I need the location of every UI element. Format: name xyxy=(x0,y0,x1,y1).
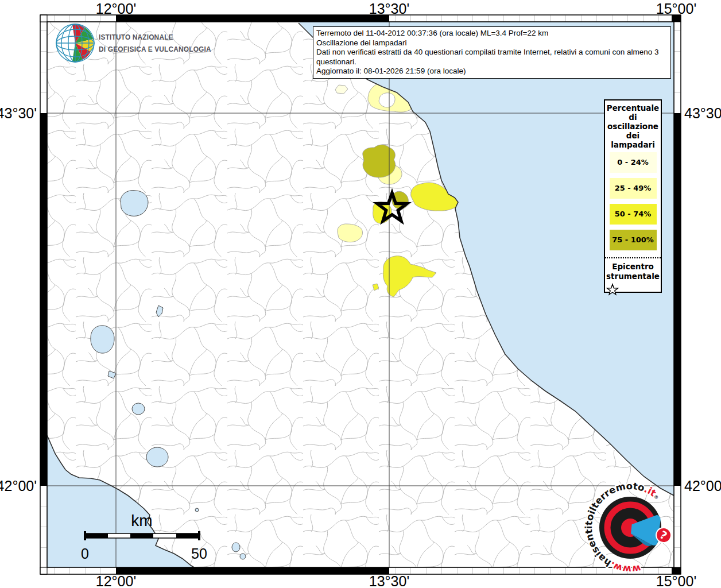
lat-label-right-2: 42°00' xyxy=(684,478,721,494)
lat-label-left-2: 42°00' xyxy=(0,478,37,494)
map-page: 12°00' 13°30' 15°00' 12°00' 13°30' 15°00… xyxy=(0,0,721,588)
lon-label-top-2: 13°30' xyxy=(369,1,409,17)
lat-label-left-1: 43°30' xyxy=(0,105,37,121)
site-url-www: www. xyxy=(608,559,642,575)
ingv-name-line2: DI GEOFISICA E VULCANOLOGIA xyxy=(99,43,211,55)
legend-class-1: 25 - 49% xyxy=(610,178,657,199)
legend-class-3: 75 - 100% xyxy=(610,230,657,250)
legend-epicenter-title: Epicentro strumentale xyxy=(605,262,661,281)
legend-star-icon xyxy=(605,283,620,296)
legend-title: Percentuale di oscillazione dei lampadar… xyxy=(605,100,661,149)
earthquake-info-box: Terremoto del 11-04-2012 00:37:36 (ora l… xyxy=(313,26,671,79)
update-time: Aggiornato il: 08-01-2026 21:59 (ora loc… xyxy=(316,67,668,76)
lon-label-bottom-2: 13°30' xyxy=(369,573,409,588)
region-epicenter-west-pale xyxy=(338,224,363,242)
ingv-name-line1: ISTITUTO NAZIONALE xyxy=(99,31,211,43)
effect-label: Oscillazione dei lampadari xyxy=(316,38,668,48)
legend-class-0: 0 - 24% xyxy=(610,152,657,173)
scale-end-label: 50 xyxy=(191,546,207,562)
ingv-logo: ISTITUTO NAZIONALE DI GEOFISICA E VULCAN… xyxy=(55,23,227,63)
ingv-globe-icon xyxy=(55,23,95,63)
lon-label-top-3: 15°00' xyxy=(656,1,696,17)
data-notice: Dati non verificati estratti da 40 quest… xyxy=(316,48,668,67)
scale-unit-label: km xyxy=(131,512,152,529)
haisentitoilterremoto-logo: ? www.haisentitoilterremoto.it® xyxy=(582,479,679,577)
legend: Percentuale di oscillazione dei lampadar… xyxy=(604,99,662,293)
lat-label-right-1: 43°30' xyxy=(684,105,721,121)
legend-separator xyxy=(605,257,661,258)
region-north-inland xyxy=(363,145,396,177)
region-north-coast-enclave xyxy=(379,93,395,107)
legend-class-2: 50 - 74% xyxy=(610,204,657,225)
scale-start-label: 0 xyxy=(81,546,89,562)
lon-label-top-1: 12°00' xyxy=(96,1,136,17)
lon-label-bottom-1: 12°00' xyxy=(96,573,136,588)
event-summary: Terremoto del 11-04-2012 00:37:36 (ora l… xyxy=(316,29,668,38)
